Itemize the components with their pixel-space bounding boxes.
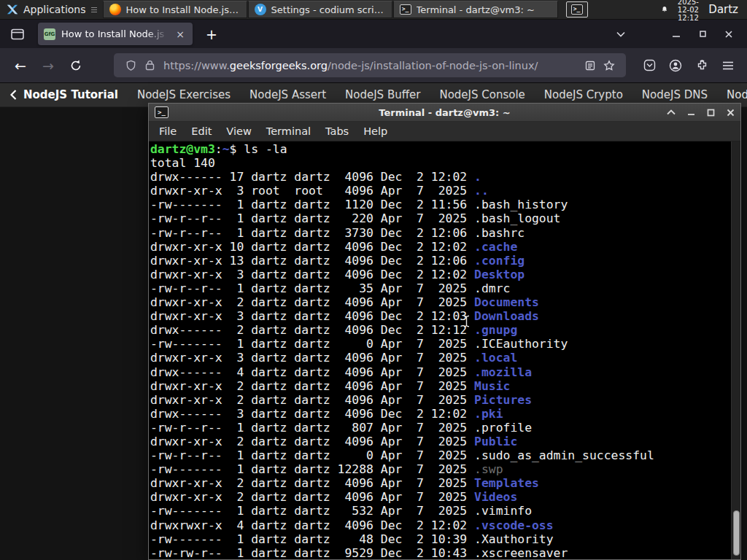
pocket-icon[interactable]: [639, 55, 659, 76]
taskbar-window-firefox[interactable]: How to Install Node.js o...: [103, 1, 247, 18]
gfg-nav-item[interactable]: NodeJS Crypto: [544, 88, 623, 101]
terminal-listing-line: -rw------- 1 dartz dartz 0 Apr 7 2025 .I…: [150, 337, 740, 351]
terminal-listing-line: drwxr-xr-x 2 dartz dartz 4096 Apr 7 2025…: [150, 476, 740, 490]
prompt-command: $ ls -la: [230, 142, 287, 156]
gfg-nav-item[interactable]: NodeJS DNS: [642, 88, 708, 101]
account-icon[interactable]: [665, 55, 686, 76]
terminal-title: Terminal - dartz@vm3: ~: [149, 107, 740, 118]
terminal-listing-line: drwxrwxr-x 4 dartz dartz 4096 Dec 2 12:0…: [150, 518, 740, 532]
menu-help[interactable]: Help: [356, 125, 395, 137]
terminal-glyph-icon: >_: [571, 4, 583, 15]
gfg-nav-item[interactable]: NodeJS Exercises: [137, 88, 231, 101]
file-name: .dmrc: [474, 281, 510, 295]
browser-tab[interactable]: GfG How to Install Node.js on ×: [38, 23, 193, 45]
terminal-listing-line: drwxr-xr-x 13 dartz dartz 4096 Dec 2 12:…: [150, 254, 740, 268]
menu-file[interactable]: File: [152, 125, 184, 137]
terminal-listing-line: -rw-r--r-- 1 dartz dartz 220 Apr 7 2025 …: [150, 211, 740, 225]
terminal-listing-line: drwxr-xr-x 2 dartz dartz 4096 Apr 7 2025…: [150, 490, 740, 504]
gfg-nav-item[interactable]: NodeJS Assert: [249, 88, 326, 101]
file-name: .bash_history: [474, 198, 568, 211]
terminal-listing-line: drwxr-xr-x 3 root root 4096 Apr 7 2025 .…: [150, 184, 740, 198]
terminal-listing-line: drwxr-xr-x 3 dartz dartz 4096 Dec 2 12:0…: [150, 268, 740, 281]
file-name: Public: [474, 435, 517, 448]
terminal-listing-line: -rw------- 1 dartz dartz 1120 Dec 2 11:5…: [150, 198, 740, 211]
geeksforgeeks-favicon: GfG: [44, 28, 55, 40]
minimize-button[interactable]: [665, 25, 687, 44]
file-name: .sudo_as_admin_successful: [474, 448, 654, 462]
prompt-colon: :: [215, 142, 222, 156]
taskbar-label: Terminal - dartz@vm3: ~: [417, 4, 535, 15]
menu-hamburger-icon[interactable]: [718, 55, 738, 76]
extensions-puzzle-icon[interactable]: [692, 55, 712, 76]
reload-button[interactable]: [64, 54, 88, 77]
applications-menu-button[interactable]: Applications: [0, 0, 103, 19]
terminal-window: >_ Terminal - dartz@vm3: ~ File Edit Vie…: [148, 103, 741, 560]
taskbar-label: Settings - codium script...: [271, 4, 386, 15]
tracking-shield-icon[interactable]: [121, 56, 140, 75]
file-name: Desktop: [474, 268, 525, 281]
file-name: ..: [474, 184, 489, 198]
file-name: .ICEauthority: [474, 337, 568, 351]
minimize-icon[interactable]: [687, 109, 695, 116]
notification-bell-icon[interactable]: [661, 4, 668, 15]
list-all-tabs-button[interactable]: [610, 25, 632, 44]
gfg-nav-item-label: Node: [727, 88, 747, 101]
gfg-nav-item[interactable]: NodeJS Buffer: [345, 88, 420, 101]
file-name: .config: [474, 254, 525, 268]
panel-user-label: Dartz: [708, 3, 741, 16]
close-button[interactable]: [718, 25, 740, 44]
terminal-listing-line: -rw-rw-r-- 1 dartz dartz 9529 Dec 2 10:4…: [150, 546, 740, 559]
terminal-listing-line: -rw------- 1 dartz dartz 48 Dec 2 10:39 …: [150, 532, 740, 546]
tab-close-icon[interactable]: ×: [174, 28, 187, 40]
restore-button[interactable]: [692, 25, 713, 44]
maximize-icon[interactable]: [707, 109, 715, 117]
reader-mode-icon[interactable]: [581, 56, 600, 75]
file-name: Downloads: [474, 309, 539, 323]
terminal-listing-line: drwxr-xr-x 10 dartz dartz 4096 Dec 2 12:…: [150, 240, 740, 254]
file-name: .cache: [474, 240, 517, 254]
menu-edit[interactable]: Edit: [184, 125, 219, 137]
clock[interactable]: 2025-12-02 12:12: [675, 0, 701, 22]
menu-tabs[interactable]: Tabs: [318, 125, 356, 137]
file-name: .profile: [474, 421, 532, 435]
scrollbar-thumb[interactable]: [733, 510, 740, 556]
menu-terminal[interactable]: Terminal: [259, 125, 318, 137]
prompt-line: dartz@vm3:~$ ls -la: [150, 142, 740, 156]
file-name: .viminfo: [474, 504, 532, 518]
terminal-output[interactable]: dartz@vm3:~$ ls -la total 140 drwx------…: [149, 141, 740, 559]
terminal-titlebar[interactable]: >_ Terminal - dartz@vm3: ~: [149, 104, 740, 122]
firefox-view-button[interactable]: [6, 24, 29, 44]
lock-icon[interactable]: [140, 56, 159, 75]
terminal-listing-line: drwxr-xr-x 2 dartz dartz 4096 Apr 7 2025…: [150, 435, 740, 448]
file-name: .mozilla: [474, 365, 532, 379]
back-button[interactable]: ←: [9, 54, 32, 77]
url-host: geeksforgeeks.org: [230, 60, 328, 71]
terminal-listing-line: -rw-r--r-- 1 dartz dartz 0 Apr 7 2025 .s…: [150, 448, 740, 462]
tab-title: How to Install Node.js on: [61, 28, 168, 39]
file-name: .local: [474, 351, 517, 365]
terminal-tray-icon[interactable]: >_: [566, 1, 588, 18]
gfg-back-link[interactable]: NodeJS Tutorial: [10, 88, 118, 101]
clock-time: 12:12: [675, 14, 701, 22]
file-name: Templates: [474, 476, 539, 490]
gfg-nav-item[interactable]: NodeJS Console: [439, 88, 525, 101]
nav-buttons: ← →: [0, 54, 88, 77]
url-scheme: https://www.: [163, 60, 230, 71]
new-tab-button[interactable]: +: [200, 26, 223, 42]
terminal-scrollbar[interactable]: [731, 141, 740, 559]
taskbar: How to Install Node.js o... V Settings -…: [103, 0, 559, 19]
applications-label: Applications: [23, 4, 86, 15]
rollup-icon[interactable]: [667, 109, 676, 115]
file-name: .vscode-oss: [474, 518, 554, 532]
close-icon[interactable]: [727, 109, 735, 117]
gfg-nav-item-truncated[interactable]: Node: [727, 88, 747, 101]
terminal-listing-line: drwx------ 17 dartz dartz 4096 Dec 2 12:…: [150, 170, 740, 184]
file-name: .pki: [474, 407, 503, 421]
forward-button[interactable]: →: [36, 54, 60, 77]
terminal-listing-line: -rw-r--r-- 1 dartz dartz 35 Apr 7 2025 .…: [150, 281, 740, 295]
url-bar[interactable]: https://www.geeksforgeeks.org/node-js/in…: [114, 53, 626, 77]
bookmark-star-icon[interactable]: [600, 56, 619, 75]
taskbar-window-codium[interactable]: V Settings - codium script...: [248, 1, 392, 18]
taskbar-window-terminal[interactable]: >_ Terminal - dartz@vm3: ~: [393, 1, 558, 18]
menu-view[interactable]: View: [219, 125, 258, 137]
